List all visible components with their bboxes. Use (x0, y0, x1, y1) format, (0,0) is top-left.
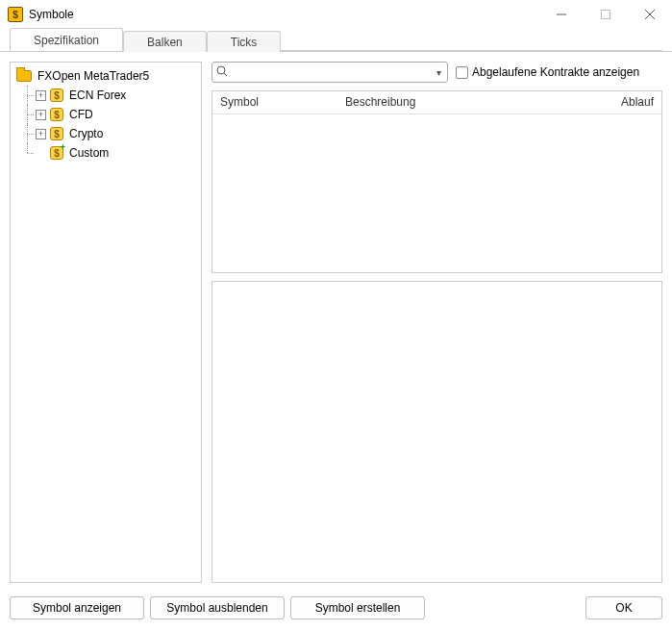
expand-toggle[interactable]: + (36, 90, 46, 101)
symbol-group-icon: $ (50, 108, 63, 121)
search-input[interactable] (232, 63, 431, 81)
symbol-group-icon: $ (50, 127, 63, 140)
symbol-grid[interactable]: Symbol Beschreibung Ablauf (212, 90, 662, 273)
checkbox-label: Abgelaufene Kontrakte anzeigen (472, 65, 639, 79)
tab-bar: Spezifikation Balken Ticks (0, 29, 672, 52)
symbol-tree[interactable]: FXOpen MetaTrader5 + $ ECN Forex + $ CFD… (10, 62, 202, 583)
tree-line (22, 105, 34, 124)
svg-line-5 (224, 73, 227, 76)
search-combobox[interactable]: ▾ (212, 62, 448, 83)
tab-label: Spezifikation (34, 34, 99, 47)
content-area: FXOpen MetaTrader5 + $ ECN Forex + $ CFD… (0, 52, 672, 593)
tree-item-ecn-forex[interactable]: + $ ECN Forex (12, 86, 199, 105)
tab-label: Balken (147, 36, 183, 49)
tree-line (22, 143, 34, 163)
grid-header: Symbol Beschreibung Ablauf (212, 91, 661, 114)
expand-toggle[interactable]: + (36, 110, 46, 120)
close-icon (645, 10, 655, 19)
symbol-group-icon: $ (50, 88, 63, 102)
folder-icon (16, 70, 32, 82)
tree-item-crypto[interactable]: + $ Crypto (12, 124, 199, 143)
minimize-icon (557, 10, 566, 19)
maximize-icon (601, 10, 610, 19)
checkbox-icon (456, 66, 468, 79)
symbol-custom-icon: $ (50, 146, 63, 160)
tree-item-label: Custom (69, 146, 109, 160)
hide-symbol-button[interactable]: Symbol ausblenden (150, 596, 285, 619)
tree-line (22, 124, 34, 143)
button-label: Symbol erstellen (315, 601, 401, 615)
chevron-down-icon[interactable]: ▾ (435, 67, 443, 78)
maximize-button (584, 0, 628, 29)
create-symbol-button[interactable]: Symbol erstellen (290, 596, 425, 619)
tree-item-label: Crypto (69, 127, 103, 140)
svg-point-4 (217, 66, 225, 74)
tree-root-label: FXOpen MetaTrader5 (37, 69, 149, 83)
detail-panel (212, 281, 662, 583)
tree-item-label: ECN Forex (69, 88, 126, 102)
right-pane: ▾ Abgelaufene Kontrakte anzeigen Symbol … (212, 62, 662, 583)
tree-item-custom[interactable]: $ Custom (12, 143, 199, 163)
expired-contracts-checkbox[interactable]: Abgelaufene Kontrakte anzeigen (456, 65, 639, 79)
search-row: ▾ Abgelaufene Kontrakte anzeigen (212, 62, 662, 83)
tab-specification[interactable]: Spezifikation (10, 28, 123, 51)
tab-ticks[interactable]: Ticks (207, 31, 282, 52)
tree-item-label: CFD (69, 108, 93, 121)
window-title: Symbole (29, 8, 74, 21)
expand-toggle[interactable]: + (36, 129, 46, 139)
tab-bars[interactable]: Balken (123, 31, 207, 52)
tab-label: Ticks (231, 36, 258, 49)
app-icon: $ (8, 7, 23, 22)
minimize-button[interactable] (539, 0, 584, 29)
column-header-description[interactable]: Beschreibung (337, 91, 575, 114)
close-button[interactable] (628, 0, 672, 29)
button-label: Symbol anzeigen (33, 601, 121, 615)
titlebar: $ Symbole (0, 0, 672, 29)
column-header-expiry[interactable]: Ablauf (575, 91, 661, 114)
tree-line (22, 86, 34, 105)
button-label: Symbol ausblenden (166, 601, 267, 615)
button-row: Symbol anzeigen Symbol ausblenden Symbol… (0, 593, 672, 631)
button-label: OK (615, 601, 632, 615)
tree-root[interactable]: FXOpen MetaTrader5 (12, 66, 199, 86)
svg-rect-1 (602, 11, 610, 19)
column-header-symbol[interactable]: Symbol (212, 91, 337, 114)
search-icon (216, 65, 228, 80)
show-symbol-button[interactable]: Symbol anzeigen (10, 596, 144, 619)
ok-button[interactable]: OK (585, 596, 662, 619)
tree-item-cfd[interactable]: + $ CFD (12, 105, 199, 124)
